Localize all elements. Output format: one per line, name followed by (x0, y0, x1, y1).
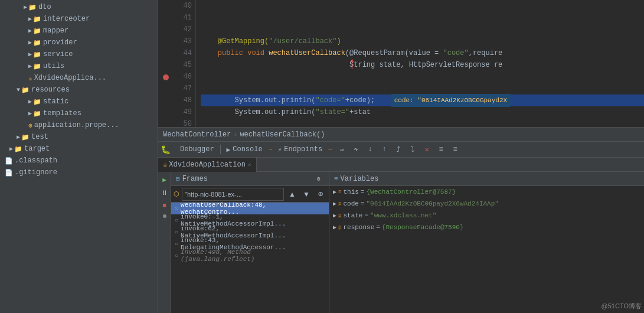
frames-panel-header: ⊞ Frames ⚙ (171, 172, 329, 186)
bp-slot-51 (158, 100, 174, 109)
tree-item-test[interactable]: ▶ 📁 test (0, 131, 158, 143)
tree-item-dto[interactable]: ▶ 📁 dto (0, 1, 158, 13)
tab-separator (220, 145, 221, 154)
evaluate-btn[interactable]: ⤵ (406, 143, 419, 156)
bp-slot-40 (158, 0, 174, 9)
breakpoint-column (158, 0, 174, 127)
var-item-state[interactable]: ▶ p state = "www.xdclass.net" (329, 210, 644, 221)
frames-list: ⊙ wechatUserCallback:48, WechatContro...… (171, 203, 329, 313)
chevron-right-icon: ▶ (28, 15, 32, 22)
variables-list: ▶ ≡ this = {WechatController@7587} ▶ p c… (329, 186, 644, 313)
thread-select[interactable]: "http-nio-8081-ex-... (182, 188, 284, 201)
folder-icon: 📁 (33, 110, 41, 118)
session-close-btn[interactable]: ✕ (248, 161, 251, 168)
folder-icon: 📁 (21, 86, 30, 94)
java-file-icon: ☕ (28, 74, 32, 82)
var-item-code[interactable]: ▶ p code = "0614IAAd2KzOBC0Gpayd2X6wAd24… (329, 198, 644, 210)
folder-icon: 📁 (33, 39, 41, 47)
folder-icon: 📁 (33, 98, 41, 106)
frame-item-1[interactable]: ○ invoke0:-1, NativeMethodAccessorImpl..… (171, 214, 329, 226)
code-line-47 (201, 83, 644, 94)
var-item-response[interactable]: ▶ p response = {ResponseFacade@7590} (329, 221, 644, 233)
folder-icon: 📁 (14, 145, 22, 153)
chevron-right-icon: ▶ (28, 98, 32, 105)
code-line-41 (201, 12, 644, 24)
thread-next-btn[interactable]: ▼ (300, 188, 312, 200)
frame-item-2[interactable]: ○ invoke:62, NativeMethodAccessorImpl... (171, 226, 329, 238)
endpoints-arrow-icon: → (328, 146, 332, 153)
bp-slot-43 (158, 27, 174, 36)
resume-strip-btn[interactable]: ▶ (159, 174, 170, 185)
code-line-49: System.out.println("state="+stat (201, 106, 644, 118)
step-over-btn[interactable]: ↷ (349, 143, 362, 156)
code-line-44: public void wechatUserCallback(@RequestP… (201, 47, 644, 59)
code-line-43: @GetMapping("/user/callback") (201, 35, 644, 47)
chevron-right-icon: ▶ (28, 51, 32, 58)
code-line-50 (201, 118, 644, 127)
variables-panel: ≡ Variables ▶ ≡ this = {WechatController… (329, 172, 644, 313)
tab-debugger[interactable]: Debugger (173, 142, 219, 156)
thread-prev-btn[interactable]: ▲ (286, 188, 298, 200)
var-expand-icon: ▶ (333, 212, 336, 219)
frame-icon-4: ○ (175, 253, 178, 259)
frame-icon-2: ○ (175, 229, 178, 236)
tree-item-application-props[interactable]: ⚙ application.prope... (0, 119, 158, 131)
bp-slot-52 (158, 109, 174, 118)
editor-area: 40 41 42 43 44 45 46 47 48 49 50 51 52 5… (158, 0, 644, 313)
variables-panel-header: ≡ Variables (329, 172, 644, 186)
step-into-btn[interactable]: ↓ (364, 143, 377, 156)
bp-slot-48[interactable] (158, 73, 174, 81)
bp-slot-50 (158, 91, 174, 100)
tree-item-xdvideo-app[interactable]: ☕ XdvideoApplica... (0, 72, 158, 84)
code-panel: 40 41 42 43 44 45 46 47 48 49 50 51 52 5… (158, 0, 644, 141)
tree-item-gitignore[interactable]: 📄 .gitignore (0, 167, 158, 178)
tree-item-provider[interactable]: ▶ 📁 provider (0, 37, 158, 48)
chevron-right-icon: ▶ (28, 39, 32, 46)
layout-btn[interactable]: ≡ (449, 143, 462, 156)
tree-item-classpath[interactable]: 📄 .classpath (0, 155, 158, 167)
tree-item-resources[interactable]: ▼ 📁 resources (0, 84, 158, 96)
tree-item-interceoter[interactable]: ▶ 📁 interceoter (0, 13, 158, 25)
tree-item-mapper[interactable]: ▶ 📁 mapper (0, 25, 158, 37)
frame-item-0[interactable]: ⊙ wechatUserCallback:48, WechatContro... (171, 203, 329, 214)
chevron-right-icon: ▶ (17, 133, 20, 141)
frame-item-4[interactable]: ○ invoke:498, Method (java.lang.reflect) (171, 250, 329, 262)
stop-btn[interactable]: ✕ (420, 143, 433, 156)
thread-add-btn[interactable]: ⊕ (315, 188, 326, 200)
tab-endpoints[interactable]: ⚡ Endpoints (273, 142, 327, 156)
debug-tabs-bar: 🐛 Debugger ▶ Console → ⚡ Endpoints → ⇒ ↷… (158, 141, 644, 158)
pause-strip-btn[interactable]: ⏸ (159, 187, 170, 198)
bp-slot-47 (158, 64, 174, 73)
folder-icon: 📁 (33, 63, 41, 70)
breadcrumb-method[interactable]: wechatUserCallback() (240, 131, 325, 139)
var-expand-icon: ▶ (333, 224, 336, 231)
settings-btn[interactable]: ≡ (434, 143, 447, 156)
line-numbers: 40 41 42 43 44 45 46 47 48 49 50 51 52 5… (174, 0, 196, 127)
tab-console[interactable]: ▶ Console (222, 142, 267, 156)
resume-btn[interactable]: ⇒ (335, 143, 348, 156)
tree-item-service[interactable]: ▶ 📁 service (0, 48, 158, 60)
tree-item-utils[interactable]: ▶ 📁 utils (0, 60, 158, 72)
session-icon: ☕ (163, 160, 167, 169)
step-out-btn[interactable]: ↑ (378, 143, 391, 156)
bp-slot-44 (158, 36, 174, 45)
code-content[interactable]: @GetMapping("/user/callback") public voi… (196, 0, 644, 127)
frame-icon-3: ○ (175, 241, 178, 247)
tree-item-templates[interactable]: ▶ 📁 templates (0, 107, 158, 119)
bp-slot-45 (158, 45, 174, 54)
tree-item-static[interactable]: ▶ 📁 static (0, 96, 158, 107)
chevron-right-icon: ▶ (28, 110, 32, 117)
debug-session-bar: ☕ XdvideoApplication ✕ (158, 158, 644, 172)
var-type-icon-code: p (338, 201, 341, 207)
breadcrumb-controller[interactable]: WechatController (163, 131, 231, 139)
var-item-this[interactable]: ▶ ≡ this = {WechatController@7587} (329, 186, 644, 198)
frames-settings-btn[interactable]: ⚙ (313, 174, 324, 184)
chevron-right-icon: ▶ (28, 63, 32, 70)
run-to-cursor-btn[interactable]: ⤴ (392, 143, 405, 156)
bp-slot-53 (158, 118, 174, 127)
session-tab-xdvideo[interactable]: ☕ XdvideoApplication ✕ (158, 158, 257, 172)
variables-icon: ≡ (334, 175, 338, 182)
frame-item-3[interactable]: ○ invoke:43, DelegatingMethodAccessor... (171, 238, 329, 250)
stop-strip-btn[interactable]: ■ (159, 200, 170, 211)
tree-item-target[interactable]: ▶ 📁 target (0, 143, 158, 155)
